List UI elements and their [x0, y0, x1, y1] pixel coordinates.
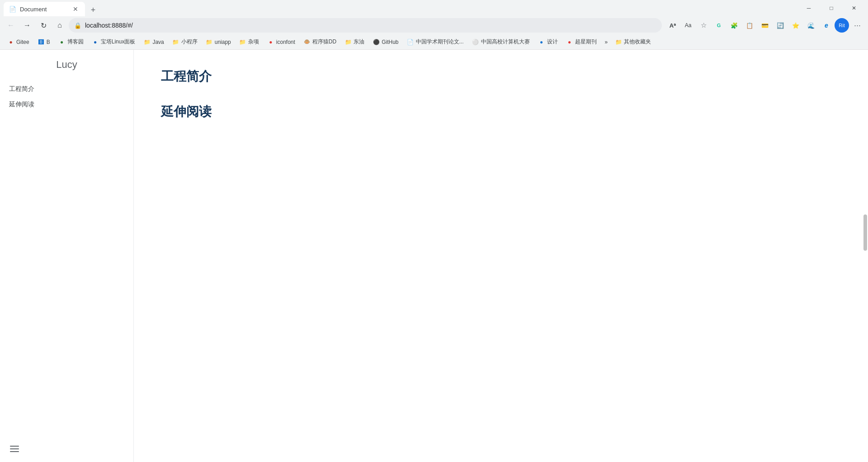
gitee-icon: ● — [7, 38, 14, 46]
sidebar-item-reading[interactable]: 延伸阅读 — [0, 97, 133, 112]
tab-title: Document — [20, 6, 47, 13]
translate-button[interactable]: Aᵃ — [665, 18, 680, 33]
bookmark-iconfont[interactable]: ● iconfont — [264, 37, 299, 48]
main-area: Lucy 工程简介 延伸阅读 工程简介 延伸阅读 — [0, 50, 868, 462]
close-button[interactable]: ✕ — [844, 1, 864, 15]
minimize-button[interactable]: ─ — [798, 1, 819, 15]
extensions-button[interactable]: 🧩 — [727, 18, 741, 33]
grammarly-button[interactable]: G — [712, 18, 726, 33]
bookmark-b[interactable]: 🅱 B — [34, 37, 54, 48]
bookmark-zazhi[interactable]: 📁 杂项 — [236, 36, 263, 48]
heading-intro[interactable]: 工程简介 — [161, 68, 841, 85]
other-folder-icon: 📁 — [615, 38, 622, 46]
java-folder-icon: 📁 — [143, 38, 151, 46]
sidebar-title: Lucy — [0, 59, 133, 71]
bookmark-iconfont-label: iconfont — [276, 39, 295, 45]
heading-reading[interactable]: 延伸阅读 — [161, 103, 841, 120]
profile-button[interactable]: Rit — [835, 18, 849, 33]
bookmark-java[interactable]: 📁 Java — [140, 37, 167, 48]
miniapp-folder-icon: 📁 — [172, 38, 179, 46]
reload-button[interactable]: ↻ — [36, 18, 51, 33]
sidebar-item-intro[interactable]: 工程简介 — [0, 81, 133, 97]
favorites-button[interactable]: ☆ — [696, 18, 711, 33]
bookmark-gitee-label: Gitee — [16, 39, 29, 45]
bookmark-java-label: Java — [152, 39, 164, 45]
tab-favicon: 📄 — [9, 5, 16, 13]
bookmark-chengxuyuanDD-label: 程序猿DD — [312, 38, 336, 46]
uniapp-folder-icon: 📁 — [206, 38, 213, 46]
wallet-button[interactable]: 💳 — [758, 18, 772, 33]
bookmark-gitee[interactable]: ● Gitee — [4, 37, 33, 48]
address-text: localhost:8888/#/ — [85, 22, 656, 29]
scrollbar-thumb[interactable] — [863, 214, 867, 251]
tab-close-button[interactable]: ✕ — [71, 5, 80, 13]
hamburger-menu-button[interactable] — [7, 443, 22, 455]
bookmark-miniapp-label: 小程序 — [181, 38, 198, 46]
bookmarks-bar: ● Gitee 🅱 B ● 博客园 ● 宝塔Linux面板 📁 Java 📁 小… — [0, 34, 868, 50]
tab-bar: 📄 Document ✕ + — [4, 0, 798, 16]
bookmark-miniapp[interactable]: 📁 小程序 — [169, 36, 201, 48]
edge-icon-button[interactable]: e — [819, 18, 834, 33]
gaoxiao-icon: ⚪ — [472, 38, 479, 46]
add-favorites-button[interactable]: ⭐ — [788, 18, 803, 33]
bookmark-dongyou[interactable]: 📁 东油 — [341, 36, 368, 48]
back-button[interactable]: ← — [4, 18, 18, 33]
bookmark-baota[interactable]: ● 宝塔Linux面板 — [88, 36, 139, 48]
xueshu-icon: 📄 — [407, 38, 414, 46]
bookmark-uniapp-label: uniapp — [215, 39, 231, 45]
bookmark-other[interactable]: 📁 其他收藏夹 — [611, 36, 655, 48]
bookmark-github[interactable]: ⚫ GitHub — [369, 37, 402, 48]
window-controls: ─ □ ✕ — [798, 1, 864, 15]
sidebar: Lucy 工程简介 延伸阅读 — [0, 50, 134, 462]
zazhi-folder-icon: 📁 — [239, 38, 246, 46]
bookmark-bokeyuan[interactable]: ● 博客园 — [55, 36, 87, 48]
bookmark-bokeyuan-label: 博客园 — [67, 38, 84, 46]
sidebar-item-reading-label: 延伸阅读 — [9, 100, 34, 108]
bookmark-dongyou-label: 东油 — [354, 38, 364, 46]
sheji-icon: ● — [538, 38, 545, 46]
profile-avatar-text: Rit — [839, 23, 844, 28]
lock-icon: 🔒 — [74, 22, 81, 29]
bookmark-zazhi-label: 杂项 — [248, 38, 259, 46]
bookmark-uniapp[interactable]: 📁 uniapp — [202, 37, 235, 48]
menu-button[interactable]: ⋯ — [850, 18, 864, 33]
bookmark-xueshu-label: 中国学术期刊论文... — [416, 38, 464, 46]
address-bar: ← → ↻ ⌂ 🔒 localhost:8888/#/ Aᵃ Aa ☆ G 🧩 … — [0, 16, 868, 34]
collections-button[interactable]: 📋 — [742, 18, 757, 33]
dongyou-folder-icon: 📁 — [344, 38, 352, 46]
forward-button[interactable]: → — [20, 18, 34, 33]
sidebar-bottom — [7, 443, 22, 455]
bookmark-sheji[interactable]: ● 设计 — [534, 36, 561, 48]
scrollbar-track[interactable] — [863, 50, 868, 462]
baota-icon: ● — [92, 38, 99, 46]
bookmark-sheji-label: 设计 — [547, 38, 558, 46]
content-area: 工程简介 延伸阅读 — [134, 50, 868, 462]
b-icon: 🅱 — [38, 38, 45, 46]
browser-window: 📄 Document ✕ + ─ □ ✕ ← → ↻ ⌂ 🔒 localhost… — [0, 0, 868, 462]
chaoxing-icon: ● — [566, 38, 573, 46]
sidebar-item-intro-label: 工程简介 — [9, 85, 34, 92]
address-input-wrap[interactable]: 🔒 localhost:8888/#/ — [69, 18, 662, 33]
sync-button[interactable]: 🔄 — [773, 18, 788, 33]
bookmarks-more-button[interactable]: » — [602, 37, 611, 47]
home-button[interactable]: ⌂ — [52, 18, 67, 33]
toolbar-actions: Aᵃ Aa ☆ G 🧩 📋 💳 🔄 ⭐ 🌊 e Rit ⋯ — [665, 18, 864, 33]
bookmark-b-label: B — [47, 39, 50, 45]
github-icon: ⚫ — [373, 38, 380, 46]
maximize-button[interactable]: □ — [821, 1, 842, 15]
bookmark-other-label: 其他收藏夹 — [624, 38, 651, 46]
title-bar: 📄 Document ✕ + ─ □ ✕ — [0, 0, 868, 16]
bookmark-gaoxiao-label: 中国高校计算机大赛 — [481, 38, 530, 46]
new-tab-button[interactable]: + — [87, 4, 99, 16]
bookmark-gaoxiao[interactable]: ⚪ 中国高校计算机大赛 — [468, 36, 533, 48]
reader-mode-button[interactable]: Aa — [681, 18, 695, 33]
chengxuyuanDD-icon: 🐵 — [303, 38, 311, 46]
bookmark-github-label: GitHub — [382, 39, 398, 45]
bookmark-chaoxing[interactable]: ● 超星期刊 — [562, 36, 600, 48]
bookmark-xueshu[interactable]: 📄 中国学术期刊论文... — [403, 36, 467, 48]
sidebar-nav: 工程简介 延伸阅读 — [0, 81, 133, 112]
bookmark-chengxuyuanDD[interactable]: 🐵 程序猿DD — [300, 36, 340, 48]
edge-logo-button[interactable]: 🌊 — [804, 18, 818, 33]
bookmark-baota-label: 宝塔Linux面板 — [101, 38, 136, 46]
active-tab[interactable]: 📄 Document ✕ — [4, 2, 85, 16]
